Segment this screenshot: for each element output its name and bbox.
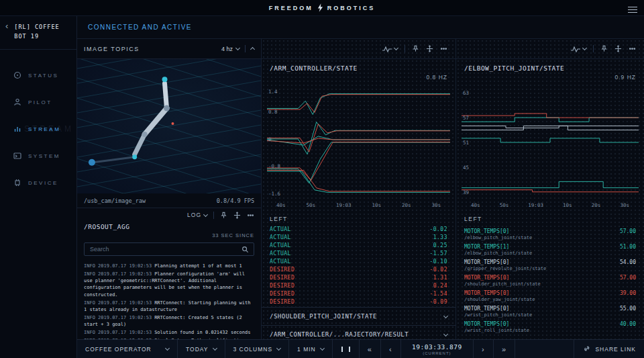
time-range-dropdown[interactable]: TODAY — [178, 340, 225, 358]
search-input[interactable] — [84, 242, 254, 256]
log-entry: INFO 2019.07.17 19:02:53Planning attempt… — [84, 263, 254, 269]
motor-temp-row: MOTOR_TEMPS[0]55.00 /wrist_pitch_joint/s… — [456, 304, 644, 319]
motor-temp-row: MOTOR_TEMPS[1]51.00 /elbow_pitch_joint/s… — [456, 242, 644, 257]
chevron-down-icon[interactable] — [443, 313, 448, 318]
rosout-toolbar: LOG — [77, 208, 261, 222]
log-entry: INFO 2019.07.17 19:02:53Solution found i… — [84, 329, 254, 336]
more-icon[interactable] — [247, 212, 254, 219]
device-name: [RL] COFFEE BOT 19 — [14, 23, 72, 41]
skip-forward-button[interactable]: » — [494, 340, 515, 358]
chevron-down-icon — [276, 346, 281, 351]
skip-back-button[interactable]: « — [360, 340, 381, 358]
lightning-bolt-icon — [317, 3, 323, 12]
sidebar-item-system[interactable]: SYSTEM — [0, 142, 76, 169]
columns-dropdown[interactable]: 3 COLUMNS — [225, 340, 290, 358]
chevron-down-icon — [235, 46, 240, 50]
motor-temp-list: MOTOR_TEMPS[0]57.00 /elbow_pitch_joint/s… — [456, 225, 644, 336]
status-gauge-icon — [13, 71, 21, 79]
collapse-up-icon[interactable] — [250, 47, 255, 52]
robot-arm-3d-view — [77, 59, 261, 193]
signal-row: ACTUAL1.33 — [262, 233, 455, 241]
pilot-person-icon — [13, 98, 21, 106]
more-icon[interactable] — [440, 45, 447, 52]
move-icon[interactable] — [614, 45, 622, 52]
signal-row: ACTUAL-0.02 — [262, 225, 455, 233]
panel-toolbar — [456, 39, 644, 59]
brand-right: ROBOTICS — [327, 5, 376, 11]
chevron-down-icon[interactable] — [443, 331, 448, 336]
pin-icon[interactable] — [220, 212, 227, 219]
chart-type-dropdown[interactable] — [382, 46, 398, 52]
camera-3d-viewport[interactable] — [77, 59, 261, 193]
share-link-button[interactable]: SHARE LINK — [574, 340, 644, 358]
interval-dropdown[interactable]: 1 MIN — [289, 340, 333, 358]
rosout-log-list[interactable]: INFO 2019.07.17 19:02:53Planning attempt… — [77, 260, 261, 339]
move-icon[interactable] — [233, 212, 241, 219]
main-area: CONNECTED AND ACTIVE IMAGE TOPICS 4 hz — [77, 16, 644, 358]
motor-temp-row: MOTOR_TEMPS[0]57.00 /elbow_pitch_joint/s… — [456, 226, 644, 242]
pin-icon[interactable] — [412, 45, 419, 52]
connection-status-bar: CONNECTED AND ACTIVE — [77, 16, 644, 39]
topbar: FREEDOM ROBOTICS — [0, 0, 644, 16]
chevron-down-icon — [582, 46, 587, 50]
fps-indicator: 0.8/4.9 FPS — [217, 197, 254, 204]
signal-row: DESIRED-0.02 — [262, 265, 455, 273]
collapsed-panel-shoulder-pitch[interactable]: /SHOULDER_PITCH_JOINT/STATE — [262, 307, 455, 325]
step-forward-button[interactable]: › — [474, 340, 494, 358]
connection-status: CONNECTED AND ACTIVE — [88, 24, 192, 31]
stream-bars-icon — [13, 125, 21, 133]
rosout-since: 33 SEC SINCE — [84, 232, 254, 238]
x-axis-labels: 40s50s19:0310s20s30s — [456, 200, 644, 208]
panel-toolbar — [262, 39, 455, 59]
sidebar-item-label: STREAM — [28, 126, 60, 132]
log-mode-dropdown[interactable]: LOG — [187, 212, 207, 218]
rosout-title: /ROSOUT_AGG — [84, 223, 129, 230]
column-elbow-joint: /ELBOW_PITCH_JOINT/STATE 0.9 HZ 63575145… — [456, 39, 644, 339]
back-chevron-icon[interactable]: ‹ — [4, 23, 9, 41]
sidebar-item-device[interactable]: DEVICE — [0, 169, 76, 196]
pin-icon[interactable] — [600, 45, 608, 52]
motor-temp-row: MOTOR_TEMPS[0]57.00 /shoulder_pitch_join… — [456, 273, 644, 288]
signal-row: ACTUAL0.25 — [262, 241, 455, 249]
arm-panel-title: /ARM_CONTROLLER/STATE — [270, 64, 358, 72]
elbow-joint-chart[interactable]: 6357514539 — [462, 85, 639, 200]
system-terminal-icon — [13, 152, 21, 160]
menu-icon[interactable] — [628, 5, 637, 15]
chevron-down-icon — [212, 346, 217, 351]
signal-row: DESIRED1.31 — [262, 273, 455, 281]
collapsed-panel-trajectory-result[interactable]: /ARM_CONTROLLER/...RAJECTORY/RESULT — [262, 325, 455, 339]
column-image-topics: IMAGE TOPICS 4 hz — [77, 39, 262, 339]
playback-bar: COFFEE OPERATOR TODAY 3 COLUMNS 1 MIN « … — [77, 339, 644, 358]
log-entry: INFO 2019.07.17 19:02:53RRTConnect: Crea… — [84, 314, 254, 328]
rate-dropdown[interactable]: 4 hz — [221, 46, 239, 52]
motor-temp-row: MOTOR_TEMPS[0]54.00 /gripper_revolute_jo… — [456, 257, 644, 273]
x-axis-labels: 40s50s19:0310s20s30s — [262, 200, 455, 208]
share-link-icon — [582, 345, 590, 353]
current-timestamp: 19:03:33.879 (CURRENT) — [401, 340, 474, 358]
sidebar-item-stream[interactable]: STREAM STREAM — [0, 116, 76, 142]
chart-type-dropdown[interactable] — [571, 46, 586, 52]
chevron-down-icon — [320, 346, 325, 351]
operator-dropdown[interactable]: COFFEE OPERATOR — [77, 340, 178, 358]
move-icon[interactable] — [426, 45, 433, 52]
sidebar-item-label: SYSTEM — [28, 153, 60, 159]
signal-row: DESIRED0.24 — [262, 281, 455, 289]
step-back-button[interactable]: ‹ — [381, 340, 401, 358]
signal-row: ACTUAL-0.10 — [262, 257, 455, 265]
search-icon — [241, 246, 249, 253]
more-icon[interactable] — [629, 45, 636, 52]
signal-group-label: LEFT — [270, 216, 288, 222]
pause-button[interactable] — [333, 340, 360, 358]
app-shell: ‹ [RL] COFFEE BOT 19 STATUS PILOT STREAM… — [0, 16, 644, 358]
chevron-down-icon — [203, 212, 208, 216]
sidebar-item-label: DEVICE — [28, 180, 58, 186]
sidebar-item-status[interactable]: STATUS — [0, 62, 76, 89]
brand-logo: FREEDOM ROBOTICS — [269, 3, 376, 12]
camera-topic: /usb_cam/image_raw — [84, 197, 146, 204]
viewport-caption: /usb_cam/image_raw 0.8/4.9 FPS — [77, 193, 261, 208]
motor-temp-row: MOTOR_TEMPS[0]39.00 /shoulder_yaw_joint/… — [456, 288, 644, 304]
arm-controller-chart[interactable]: 1.40.80-0.8-1.6 — [267, 85, 450, 200]
signal-row: DESIRED-1.54 — [262, 289, 455, 298]
log-search-row — [77, 238, 261, 260]
sidebar-item-pilot[interactable]: PILOT — [0, 89, 76, 116]
